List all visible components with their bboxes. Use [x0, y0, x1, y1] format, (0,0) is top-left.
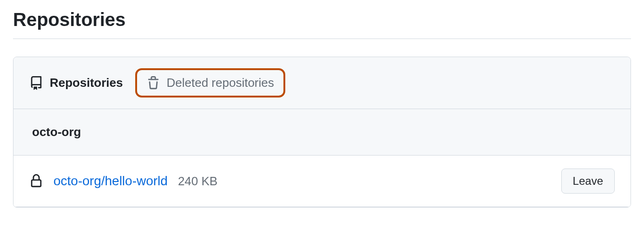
tab-repositories[interactable]: Repositories: [29, 76, 123, 90]
repositories-panel: Repositories Deleted repositories octo-o…: [13, 57, 631, 208]
leave-button[interactable]: Leave: [561, 169, 615, 194]
page-title: Repositories: [13, 9, 631, 30]
title-divider: [13, 39, 631, 39]
lock-icon: [29, 174, 43, 188]
trash-icon: [146, 76, 160, 90]
repo-link[interactable]: octo-org/hello-world: [53, 174, 168, 188]
tabs-row: Repositories Deleted repositories: [13, 57, 631, 109]
repo-row-left: octo-org/hello-world 240 KB: [29, 174, 217, 188]
repo-size: 240 KB: [178, 174, 217, 188]
org-header: octo-org: [13, 109, 631, 156]
tab-deleted-label: Deleted repositories: [167, 76, 274, 90]
tab-repositories-label: Repositories: [50, 76, 123, 90]
tab-deleted-repositories[interactable]: Deleted repositories: [135, 68, 285, 98]
repo-icon: [29, 76, 43, 90]
repo-row: octo-org/hello-world 240 KB Leave: [13, 156, 631, 207]
org-name: octo-org: [32, 125, 81, 139]
